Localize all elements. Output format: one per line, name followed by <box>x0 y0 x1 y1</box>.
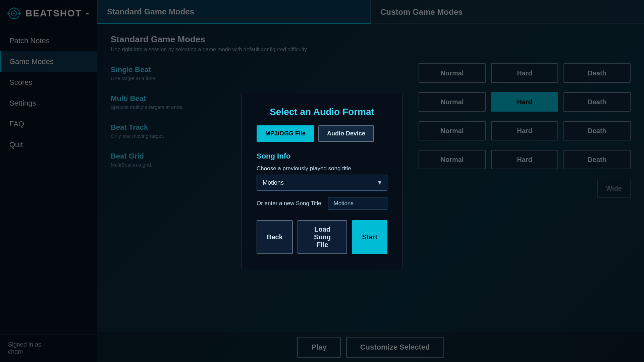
audio-format-modal: Select an Audio Format MP3/OGG File Audi… <box>241 93 402 269</box>
song-info-title: Song Info <box>257 152 387 161</box>
new-song-input[interactable] <box>328 197 388 210</box>
load-song-file-button[interactable]: Load Song File <box>298 220 347 254</box>
new-song-label: Or enter a new Song Title: <box>257 200 323 207</box>
audio-format-mp3-ogg[interactable]: MP3/OGG File <box>257 125 314 142</box>
song-dropdown-label: Choose a previously played song title <box>257 165 387 172</box>
audio-format-audio-device[interactable]: Audio Device <box>318 125 374 142</box>
song-dropdown-wrap: Motions ▼ <box>257 175 387 191</box>
modal-actions: Back Load Song File Start <box>257 220 387 254</box>
audio-format-buttons: MP3/OGG File Audio Device <box>257 125 387 142</box>
back-button[interactable]: Back <box>257 220 293 254</box>
modal-title: Select an Audio Format <box>257 107 387 117</box>
modal-overlay: Select an Audio Format MP3/OGG File Audi… <box>0 0 644 362</box>
song-title-dropdown[interactable]: Motions <box>257 175 387 191</box>
start-button[interactable]: Start <box>352 220 387 254</box>
new-song-row: Or enter a new Song Title: <box>257 197 387 210</box>
